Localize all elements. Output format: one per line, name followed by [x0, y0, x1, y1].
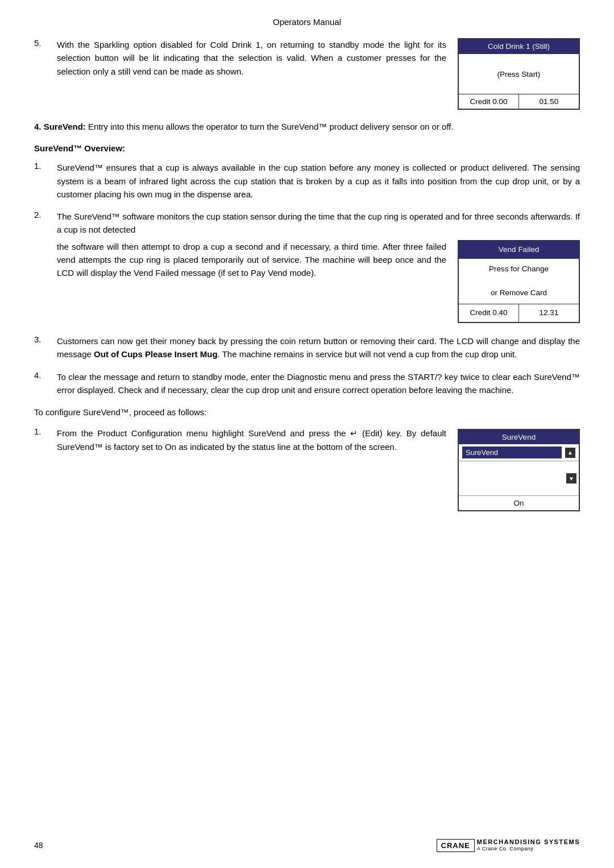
lcd2-footer: Credit 0.40 12.31	[459, 304, 579, 322]
lcd-cold-drink: Cold Drink 1 (Still) (Press Start) Credi…	[458, 38, 580, 110]
section5-row: 5. With the Sparkling option disabled fo…	[34, 38, 580, 110]
crane-right-text: MERCHANDISING SYSTEMS A Crane Co. Compan…	[477, 838, 580, 852]
lcd1-body-text: (Press Start)	[497, 70, 541, 78]
item3-bold: Out of Cups Please Insert Mug	[94, 349, 218, 359]
lcd1-header: Cold Drink 1 (Still)	[459, 39, 579, 54]
page-number: 48	[34, 841, 43, 850]
scroll-down-btn[interactable]: ▼	[566, 473, 576, 483]
section5-item: 5. With the Sparkling option disabled fo…	[34, 38, 446, 78]
item4-text: To clear the message and return to stand…	[57, 370, 580, 397]
crane-right-label: MERCHANDISING SYSTEMS	[477, 838, 580, 845]
item2-after-text: the software will then attempt to drop a…	[57, 240, 446, 324]
item2-content: The SureVend™ software monitors the cup …	[57, 210, 580, 325]
lcd1-credit: Credit 0.00	[459, 94, 519, 109]
config-item1-text: From the Product Configuration menu high…	[57, 427, 446, 511]
item4-number: 4.	[34, 370, 50, 397]
lcd3-middle: ▼	[459, 461, 579, 495]
item1-text: SureVend™ ensures that a cup is always a…	[57, 161, 580, 201]
item2: 2. The SureVend™ software monitors the c…	[34, 210, 580, 325]
lcd1-footer: Credit 0.00 01.50	[459, 94, 579, 109]
item3-post: . The machine remains in service but wil…	[218, 349, 517, 359]
crane-box: CRANE	[437, 839, 475, 852]
config-item1: 1. From the Product Configuration menu h…	[34, 427, 446, 511]
section4-intro: 4. SureVend: Entry into this menu allows…	[34, 120, 580, 133]
page: Operators Manual 5. With the Sparkling o…	[0, 0, 614, 555]
lcd1-price: 01.50	[519, 94, 579, 109]
lcd2-credit: Credit 0.40	[459, 304, 519, 322]
lcd2-body: Press for Change or Remove Card	[459, 259, 579, 304]
page-header: Operators Manual	[34, 17, 580, 27]
header-title: Operators Manual	[273, 17, 341, 27]
lcd3-item: SureVend	[462, 447, 562, 458]
item2-pre: The SureVend™ software monitors the cup …	[57, 212, 580, 234]
lcd3-header: SureVend	[459, 430, 579, 444]
config-item1-row: 1. From the Product Configuration menu h…	[34, 427, 580, 511]
item3-text: Customers can now get their money back b…	[57, 334, 580, 361]
section5-number: 5.	[34, 38, 50, 78]
section4-heading: 4. SureVend:	[34, 122, 86, 131]
page-footer: 48 CRANE MERCHANDISING SYSTEMS A Crane C…	[34, 838, 580, 852]
lcd1-body: (Press Start)	[459, 54, 579, 94]
item4: 4. To clear the message and return to st…	[34, 370, 580, 397]
item1-number: 1.	[34, 161, 50, 201]
configure-intro: To configure SureVend™, proceed as follo…	[34, 406, 580, 419]
config-item1-number: 1.	[34, 427, 50, 511]
lcd3-scrollbar: ▲	[565, 448, 575, 458]
lcd3-item-row: SureVend ▲	[459, 444, 579, 461]
section5-text: With the Sparkling option disabled for C…	[57, 38, 446, 78]
section4-intro-body: Entry into this menu allows the operator…	[88, 122, 454, 131]
lcd-surevend: SureVend SureVend ▲ ▼ On	[458, 429, 580, 511]
lcd3-scroll-down: ▼	[566, 473, 576, 483]
item2-vend-failed-row: the software will then attempt to drop a…	[57, 240, 580, 324]
surevend-overview-heading: SureVend™ Overview:	[34, 143, 580, 153]
scroll-up-btn[interactable]: ▲	[565, 448, 575, 458]
lcd2-body-line2: or Remove Card	[491, 287, 547, 299]
lcd-vend-failed: Vend Failed Press for Change or Remove C…	[458, 240, 580, 324]
lcd2-price: 12.31	[519, 304, 579, 322]
item1: 1. SureVend™ ensures that a cup is alway…	[34, 161, 580, 201]
lcd3-footer: On	[459, 495, 579, 510]
lcd2-header: Vend Failed	[459, 241, 579, 259]
item3-number: 3.	[34, 334, 50, 361]
item2-number: 2.	[34, 210, 50, 325]
item3: 3. Customers can now get their money bac…	[34, 334, 580, 361]
lcd2-body-line1: Press for Change	[489, 263, 549, 275]
crane-logo: CRANE MERCHANDISING SYSTEMS A Crane Co. …	[437, 838, 580, 852]
crane-sub-label: A Crane Co. Company	[477, 846, 580, 852]
